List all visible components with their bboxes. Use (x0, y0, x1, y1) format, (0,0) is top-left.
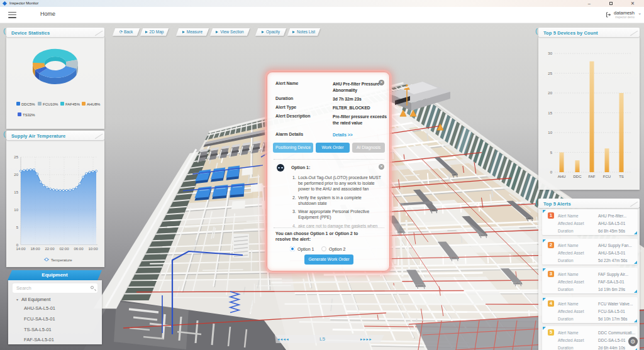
svg-text:06:00: 06:00 (74, 247, 84, 251)
svg-text:14:00: 14:00 (16, 247, 26, 251)
svg-text:20: 20 (548, 91, 552, 95)
svg-text:AHU8%: AHU8% (87, 102, 101, 106)
svg-text:5: 5 (16, 226, 19, 229)
svg-text:10: 10 (548, 131, 552, 134)
svg-text:10:00: 10:00 (88, 247, 98, 251)
svg-text:AHU: AHU (558, 175, 566, 178)
svg-text:FAF: FAF (588, 175, 595, 178)
svg-text:15: 15 (548, 111, 552, 115)
svg-text:0: 0 (550, 170, 553, 174)
svg-text:25: 25 (548, 72, 552, 75)
svg-text:FAF45%: FAF45% (65, 102, 80, 106)
svg-text:FCU: FCU (603, 175, 611, 178)
svg-text:25: 25 (14, 155, 18, 159)
svg-text:20: 20 (14, 173, 18, 177)
svg-text:0: 0 (16, 243, 19, 247)
svg-text:5: 5 (550, 151, 553, 155)
svg-text:DDC5%: DDC5% (21, 102, 35, 106)
svg-text:FCU10%: FCU10% (43, 102, 58, 106)
svg-text:TS32%: TS32% (23, 113, 35, 117)
svg-text:02:00: 02:00 (59, 247, 69, 251)
svg-text:10: 10 (14, 208, 18, 212)
svg-text:TS: TS (619, 175, 624, 178)
svg-text:Temperature: Temperature (51, 258, 72, 262)
svg-text:DDC: DDC (574, 175, 582, 178)
svg-text:18:00: 18:00 (30, 247, 40, 251)
svg-text:15: 15 (14, 190, 18, 194)
svg-text:22:00: 22:00 (45, 247, 55, 251)
svg-text:30: 30 (548, 52, 552, 55)
